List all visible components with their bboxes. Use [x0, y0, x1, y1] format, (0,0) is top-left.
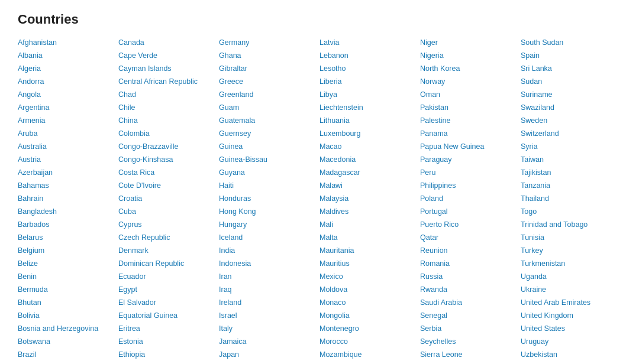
country-link[interactable]: Benin [18, 271, 112, 282]
country-link[interactable]: El Salvador [118, 297, 213, 308]
country-link[interactable]: Bosnia and Herzegovina [18, 323, 112, 334]
country-link[interactable]: Guatemala [219, 115, 314, 126]
country-link[interactable]: Macao [320, 141, 414, 152]
country-link[interactable]: Philippines [420, 180, 515, 191]
country-link[interactable]: Bahrain [18, 193, 112, 204]
country-link[interactable]: Senegal [420, 310, 515, 321]
country-link[interactable]: Denmark [118, 245, 213, 256]
country-link[interactable]: Botswana [18, 336, 112, 347]
country-link[interactable]: Bahamas [18, 180, 112, 191]
country-link[interactable]: India [219, 245, 314, 256]
country-link[interactable]: United Arab Emirates [521, 297, 615, 308]
country-link[interactable]: Pakistan [420, 102, 515, 113]
country-link[interactable]: Sri Lanka [521, 63, 615, 74]
country-link[interactable]: Turkey [521, 245, 615, 256]
country-link[interactable]: Spain [521, 50, 615, 61]
country-link[interactable]: Australia [18, 141, 112, 152]
country-link[interactable]: Guam [219, 102, 314, 113]
country-link[interactable]: Sierra Leone [420, 349, 515, 360]
country-link[interactable]: Paraguay [420, 154, 515, 165]
country-link[interactable]: Greenland [219, 89, 314, 100]
country-link[interactable]: Bermuda [18, 284, 112, 295]
country-link[interactable]: Ukraine [521, 284, 615, 295]
country-link[interactable]: Rwanda [420, 284, 515, 295]
country-link[interactable]: Venezuela [521, 362, 615, 364]
country-link[interactable]: Japan [219, 349, 314, 360]
country-link[interactable]: Croatia [118, 193, 213, 204]
country-link[interactable]: Switzerland [521, 128, 615, 139]
country-link[interactable]: Trinidad and Tobago [521, 219, 615, 230]
country-link[interactable]: Mongolia [320, 310, 414, 321]
country-link[interactable]: Chile [118, 102, 213, 113]
country-link[interactable]: Malawi [320, 180, 414, 191]
country-link[interactable]: Iran [219, 271, 314, 282]
country-link[interactable]: Puerto Rico [420, 219, 515, 230]
country-link[interactable]: Palestine [420, 115, 515, 126]
country-link[interactable]: Maldives [320, 206, 414, 217]
country-link[interactable]: Eritrea [118, 323, 213, 334]
country-link[interactable]: Cape Verde [118, 50, 213, 61]
country-link[interactable]: Swaziland [521, 102, 615, 113]
country-link[interactable]: Estonia [118, 336, 213, 347]
country-link[interactable]: Mauritius [320, 258, 414, 269]
country-link[interactable]: Tunisia [521, 232, 615, 243]
country-link[interactable]: Ireland [219, 297, 314, 308]
country-link[interactable]: United States [521, 323, 615, 334]
country-link[interactable]: Malaysia [320, 193, 414, 204]
country-link[interactable]: Guyana [219, 167, 314, 178]
country-link[interactable]: Sweden [521, 115, 615, 126]
country-link[interactable]: Austria [18, 154, 112, 165]
country-link[interactable]: Andorra [18, 76, 112, 87]
country-link[interactable]: Montenegro [320, 323, 414, 334]
country-link[interactable]: Mauritania [320, 245, 414, 256]
country-link[interactable]: British Virgin Islands [18, 362, 112, 364]
country-link[interactable]: Congo-Brazzaville [118, 141, 213, 152]
country-link[interactable]: Equatorial Guinea [118, 310, 213, 321]
country-link[interactable]: Bolivia [18, 310, 112, 321]
country-link[interactable]: Cayman Islands [118, 63, 213, 74]
country-link[interactable]: North Korea [420, 63, 515, 74]
country-link[interactable]: Mozambique [320, 349, 414, 360]
country-link[interactable]: Iraq [219, 284, 314, 295]
country-link[interactable]: Papua New Guinea [420, 141, 515, 152]
country-link[interactable]: Poland [420, 193, 515, 204]
country-link[interactable]: Armenia [18, 115, 112, 126]
country-link[interactable]: Honduras [219, 193, 314, 204]
country-link[interactable]: Madagascar [320, 167, 414, 178]
country-link[interactable]: Belgium [18, 245, 112, 256]
country-link[interactable]: Oman [420, 89, 515, 100]
country-link[interactable]: Suriname [521, 89, 615, 100]
country-link[interactable]: Indonesia [219, 258, 314, 269]
country-link[interactable]: Ecuador [118, 271, 213, 282]
country-link[interactable]: Thailand [521, 193, 615, 204]
country-link[interactable]: Liechtenstein [320, 102, 414, 113]
country-link[interactable]: Luxembourg [320, 128, 414, 139]
country-link[interactable]: Guinea [219, 141, 314, 152]
country-link[interactable]: Italy [219, 323, 314, 334]
country-link[interactable]: Togo [521, 206, 615, 217]
country-link[interactable]: Hungary [219, 219, 314, 230]
country-link[interactable]: Nigeria [420, 50, 515, 61]
country-link[interactable]: Egypt [118, 284, 213, 295]
country-link[interactable]: Afghanistan [18, 37, 112, 48]
country-link[interactable]: Colombia [118, 128, 213, 139]
country-link[interactable]: Greece [219, 76, 314, 87]
country-link[interactable]: Azerbaijan [18, 167, 112, 178]
country-link[interactable]: Bhutan [18, 297, 112, 308]
country-link[interactable]: Qatar [420, 232, 515, 243]
country-link[interactable]: Peru [420, 167, 515, 178]
country-link[interactable]: Uganda [521, 271, 615, 282]
country-link[interactable]: Liberia [320, 76, 414, 87]
country-link[interactable]: Aruba [18, 128, 112, 139]
country-link[interactable]: Ethiopia [118, 349, 213, 360]
country-link[interactable]: Central African Republic [118, 76, 213, 87]
country-link[interactable]: Portugal [420, 206, 515, 217]
country-link[interactable]: Panama [420, 128, 515, 139]
country-link[interactable]: Singapore [420, 362, 515, 364]
country-link[interactable]: Chad [118, 89, 213, 100]
country-link[interactable]: United Kingdom [521, 310, 615, 321]
country-link[interactable]: Mali [320, 219, 414, 230]
country-link[interactable]: Saudi Arabia [420, 297, 515, 308]
country-link[interactable]: Syria [521, 141, 615, 152]
country-link[interactable]: Cuba [118, 206, 213, 217]
